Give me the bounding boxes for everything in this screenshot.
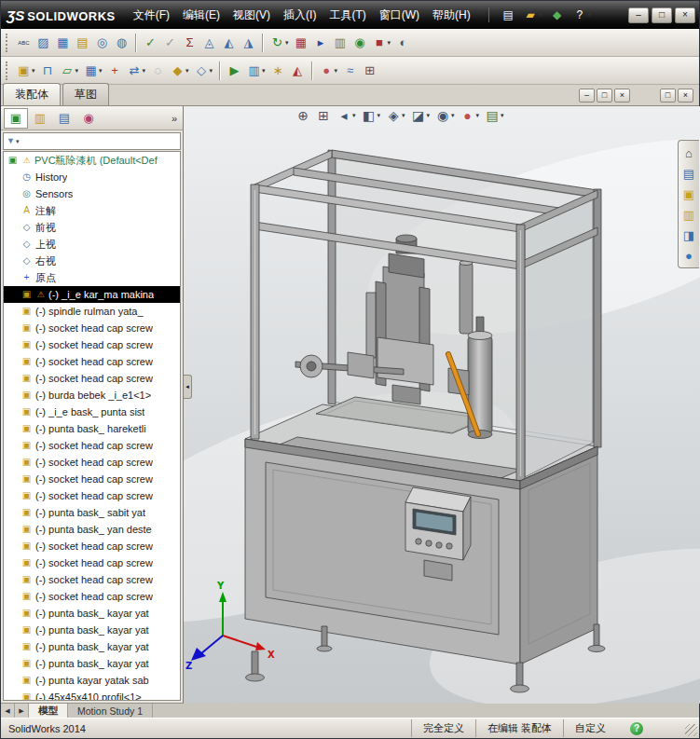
format-painter-icon[interactable]: ▨ bbox=[34, 34, 53, 50]
camera-view-icon[interactable]: ◐ bbox=[393, 34, 413, 50]
tree-item[interactable]: ▣(-) socket head cap screw bbox=[4, 554, 180, 571]
view-orientation-icon[interactable]: ◈▾ bbox=[384, 107, 407, 124]
resize-grip[interactable] bbox=[685, 724, 697, 736]
tree-item[interactable]: ▣(-) socket head cap screw bbox=[4, 353, 180, 370]
tree-item[interactable]: ▣(-) punta bask_ yan deste bbox=[4, 521, 180, 538]
graphics-area[interactable]: Y X Z ⊕⊞◂▾◧▾◈▾◪▾◉▾●▾▤▾ ⌂▤▣▥◨● ◂ bbox=[184, 106, 699, 703]
pane-restore-button[interactable]: □ bbox=[660, 89, 676, 103]
design-table-icon[interactable]: ▦ bbox=[53, 34, 73, 50]
spell-check-icon[interactable]: ABC bbox=[14, 38, 34, 48]
bom-table-icon[interactable]: ▦ bbox=[292, 34, 311, 50]
move-component-icon[interactable]: ⇄▾ bbox=[125, 62, 149, 78]
viewport-canvas[interactable]: Y X Z bbox=[184, 106, 700, 704]
check-inactive-icon[interactable]: ✓ bbox=[160, 34, 180, 50]
zoom-fit-icon[interactable]: ⊕ bbox=[294, 107, 312, 124]
solidworks-resources-icon[interactable]: ▤ bbox=[679, 163, 699, 184]
tree-item[interactable]: ◇前视 bbox=[4, 219, 180, 236]
doc-minimize-button[interactable]: – bbox=[579, 89, 595, 103]
linear-pattern-icon[interactable]: ▦▾ bbox=[81, 62, 105, 78]
apply-scene-icon[interactable]: ▤▾ bbox=[483, 107, 506, 124]
tree-item[interactable]: ▣⚠(-) _i_e kar_ma makina bbox=[4, 286, 180, 303]
tree-item[interactable]: ▣(-) punta bask_ kayar yat bbox=[4, 605, 180, 622]
tab-sketch[interactable]: 草图 bbox=[62, 83, 109, 105]
menu-tools[interactable]: 工具(T) bbox=[323, 2, 372, 29]
tree-item[interactable]: ▣(-) 45x45x410 profil<1> bbox=[4, 689, 180, 701]
filter-funnel-icon[interactable]: ▼ bbox=[7, 137, 15, 145]
tree-item[interactable]: A注解 bbox=[4, 202, 180, 219]
model-machine[interactable] bbox=[245, 150, 605, 692]
tab-assembly[interactable]: 装配体 bbox=[3, 83, 61, 105]
equations-icon[interactable]: Σ bbox=[180, 34, 199, 50]
tree-item[interactable]: ▣(-) socket head cap screw bbox=[4, 336, 180, 353]
close-button[interactable]: × bbox=[675, 7, 695, 23]
doc-tab-model[interactable]: 模型 bbox=[29, 704, 68, 718]
tree-item[interactable]: ▣⚠PVC瓶除漆机 (Default<Def bbox=[4, 152, 180, 169]
assembly-features-icon[interactable]: ◆▾ bbox=[168, 62, 192, 78]
configurationmanager-tab-icon[interactable]: ▤ bbox=[52, 108, 76, 129]
pane-close-button[interactable]: × bbox=[678, 89, 693, 103]
note-icon[interactable]: ▤ bbox=[73, 34, 92, 50]
new-document-icon[interactable]: ▤ bbox=[499, 7, 518, 22]
tree-item[interactable]: ◎Sensors bbox=[4, 185, 180, 202]
appearances-scenes-icon[interactable]: ● bbox=[679, 245, 699, 266]
tree-item[interactable]: ▣(-) socket head cap screw bbox=[4, 320, 180, 336]
toolbox-icon[interactable]: ◆ bbox=[547, 7, 567, 22]
bill-of-materials-icon[interactable]: ▥▾ bbox=[244, 62, 268, 78]
filter-caret-icon[interactable]: ▾ bbox=[16, 138, 20, 145]
toolbar-grip[interactable] bbox=[6, 62, 9, 80]
tree-item[interactable]: ▣(-) spindle rulman yata_ bbox=[4, 303, 180, 320]
section-properties-icon[interactable]: ◮ bbox=[239, 34, 258, 50]
help-icon[interactable]: ?▾ bbox=[570, 7, 594, 22]
menu-window[interactable]: 窗口(W) bbox=[373, 2, 426, 29]
tree-item[interactable]: ▣(-) socket head cap screw bbox=[4, 588, 180, 605]
home-icon[interactable]: ⌂ bbox=[679, 143, 699, 163]
tab-scroll-next-button[interactable]: ▶ bbox=[15, 704, 29, 718]
design-library-icon[interactable]: ▣ bbox=[679, 184, 699, 204]
tree-item[interactable]: ▣(-) punta kayar yatak sab bbox=[4, 672, 180, 689]
menu-file[interactable]: 文件(F) bbox=[127, 2, 176, 29]
featuremanager-tab-icon[interactable]: ▣ bbox=[4, 108, 28, 129]
sketch-icon[interactable]: ▱▾ bbox=[58, 62, 82, 78]
doc-close-button[interactable]: × bbox=[614, 89, 630, 103]
edit-color-icon[interactable]: ■▾ bbox=[370, 34, 394, 50]
tree-filter-input[interactable]: ▼ ▾ bbox=[3, 132, 181, 150]
maximize-button[interactable]: □ bbox=[652, 7, 672, 23]
flag-icon[interactable]: ▸ bbox=[311, 34, 331, 50]
doc-tab-motion-study[interactable]: Motion Study 1 bbox=[68, 704, 153, 718]
tree-item[interactable]: ▣(-) socket head cap screw bbox=[4, 471, 180, 487]
hide-show-items-icon[interactable]: ◉▾ bbox=[433, 107, 457, 124]
menu-edit[interactable]: 编辑(E) bbox=[176, 2, 226, 29]
tree-item[interactable]: ▣(-) socket head cap screw bbox=[4, 571, 180, 588]
section-view-icon[interactable]: ◧▾ bbox=[360, 107, 383, 124]
show-hidden-icon[interactable]: ◌ bbox=[148, 62, 168, 78]
doc-restore-button[interactable]: □ bbox=[597, 89, 612, 103]
spell-ok-icon[interactable]: ✓ bbox=[141, 34, 160, 50]
status-custom-dropdown[interactable]: 自定义 bbox=[563, 719, 617, 737]
menu-view[interactable]: 视图(V) bbox=[226, 2, 277, 29]
tree-item[interactable]: ◷History bbox=[4, 169, 180, 185]
clipboard-icon[interactable]: ▥ bbox=[331, 34, 350, 50]
tree-item[interactable]: ▣(-) socket head cap screw bbox=[4, 437, 180, 454]
verification-icon[interactable]: ◉ bbox=[350, 34, 370, 50]
tree-item[interactable]: ▣(-) socket head cap screw bbox=[4, 370, 180, 387]
tree-item[interactable]: ◇右视 bbox=[4, 253, 180, 269]
reference-geometry-icon[interactable]: ◇▾ bbox=[192, 62, 216, 78]
motion-study-icon[interactable]: ▶ bbox=[225, 62, 244, 78]
minimize-button[interactable]: – bbox=[628, 7, 649, 23]
zoom-area-icon[interactable]: ⊞ bbox=[314, 107, 333, 124]
interference-detection-icon[interactable]: ◭ bbox=[288, 62, 308, 78]
menu-help[interactable]: 帮助(H) bbox=[426, 2, 477, 29]
tab-scroll-prev-button[interactable]: ◀ bbox=[1, 704, 15, 718]
menu-insert[interactable]: 插入(I) bbox=[277, 2, 323, 29]
previous-view-icon[interactable]: ◂▾ bbox=[335, 107, 358, 124]
tree-item[interactable]: ▣(-) punta bask_ kayar yat bbox=[4, 638, 180, 655]
update-assembly-icon[interactable]: ↻▾ bbox=[268, 34, 292, 50]
propertymanager-tab-icon[interactable]: ▥ bbox=[28, 108, 52, 129]
displaymanager-tab-icon[interactable]: ◉ bbox=[76, 108, 101, 129]
tree-item[interactable]: ▣(-) socket head cap screw bbox=[4, 538, 180, 554]
measure-icon[interactable]: ◬ bbox=[199, 34, 219, 50]
mate-icon[interactable]: ⊓ bbox=[38, 62, 58, 78]
exploded-view-icon[interactable]: ∗ bbox=[268, 62, 288, 78]
open-document-icon[interactable]: ▰▾ bbox=[521, 7, 545, 22]
tree-item[interactable]: ▣(-) socket head cap screw bbox=[4, 487, 180, 504]
